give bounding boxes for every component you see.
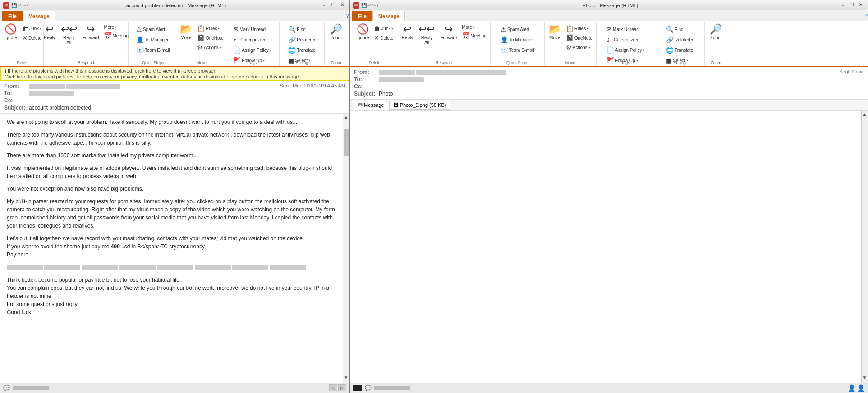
cc-row: Cc: — [4, 97, 345, 104]
right-onenote-button[interactable]: 📓 OneNote — [564, 33, 594, 42]
categorize-button[interactable]: 🏷 Categorize ▾ — [231, 35, 273, 44]
scroll-down-arrow[interactable]: ▼ — [343, 374, 349, 381]
right-scroll-down-arrow[interactable]: ▼ — [862, 374, 868, 381]
more-button[interactable]: More ▾ — [102, 24, 130, 31]
right-quicksteps-label: Quick Steps — [506, 60, 528, 65]
body-para-8: Think better: become popular or pay litt… — [7, 276, 336, 316]
right-minimize-button[interactable]: － — [838, 2, 847, 9]
categorize-icon: 🏷 — [233, 36, 239, 43]
scroll-prev[interactable]: ◁ — [329, 384, 337, 391]
right-move-button[interactable]: 📂 Move — [547, 23, 563, 41]
tab-file[interactable]: File — [2, 11, 23, 21]
info-line1[interactable]: ℹ If there are problems with how this me… — [5, 68, 345, 74]
right-move-label: Move — [549, 35, 560, 40]
email-scrollbar[interactable]: ▲ ▼ — [343, 114, 349, 383]
attachment-tab-photo[interactable]: 🖼 Photo_9.png (58 KB) — [389, 101, 450, 110]
right-mark-unread-icon: ✉ — [606, 26, 612, 33]
scroll-up-arrow[interactable]: ▲ — [343, 114, 349, 120]
right-redo-icon[interactable]: ↪ — [372, 3, 376, 8]
message-tab-icon: ✉ — [358, 102, 363, 108]
body-para-5: You were not exception and now also have… — [7, 185, 336, 193]
right-tab-message[interactable]: Message — [372, 11, 405, 21]
right-assign-policy-arrow: ▾ — [643, 48, 645, 52]
junk-button[interactable]: 🗑 Junk ▾ — [20, 24, 43, 33]
move-button[interactable]: 📂 Move — [178, 23, 194, 41]
tab-message[interactable]: Message — [23, 11, 55, 21]
right-actions-button[interactable]: ⚙ Actions ▾ — [564, 43, 594, 52]
right-close-button[interactable]: ✕ — [857, 2, 865, 9]
reply-button[interactable]: ↩ Reply — [41, 23, 58, 41]
right-ignore-button[interactable]: 🚫 Ignore — [354, 23, 371, 41]
right-customize-icon[interactable]: ▾ — [377, 3, 379, 8]
ribbon-group-delete: 🚫 Ignore 🗑 Junk ▾ ✕ Delete — [2, 22, 44, 66]
email-body[interactable]: We are not going to scoff at your proble… — [0, 114, 343, 383]
save-icon[interactable]: 💾 — [11, 3, 17, 8]
right-tab-file[interactable]: File — [352, 11, 372, 21]
right-forward-button[interactable]: ↪ Forward — [438, 23, 459, 41]
right-help-icon[interactable]: ? — [864, 13, 868, 19]
to-manager-button[interactable]: 👤 To Manager — [134, 35, 172, 44]
undo-icon[interactable]: ↩ — [18, 3, 21, 8]
right-undo-icon[interactable]: ↩ — [367, 3, 371, 8]
right-assign-policy-button[interactable]: 📄 Assign Policy ▾ — [605, 46, 646, 55]
spam-alert-button[interactable]: ⚠ Spam Alert — [134, 25, 172, 34]
right-delete-button[interactable]: ✕ Delete — [372, 33, 395, 42]
right-email-body[interactable] — [350, 111, 861, 383]
reply-all-button[interactable]: ↩↩ ReplyAll — [59, 23, 79, 46]
right-email-scrollbar[interactable]: ▲ ▼ — [861, 111, 868, 383]
right-restore-button[interactable]: ❐ — [848, 2, 856, 9]
forward-button[interactable]: ↪ Forward — [80, 23, 101, 41]
zoom-button[interactable]: 🔎 Zoom — [328, 23, 344, 41]
right-scroll-up-arrow[interactable]: ▲ — [862, 111, 868, 118]
select-arrow: ▾ — [308, 59, 310, 63]
meeting-button[interactable]: 📅 Meeting — [102, 31, 130, 40]
right-reply-all-button[interactable]: ↩↩ ReplyAll — [416, 23, 437, 46]
select-icon: ▦ — [288, 57, 294, 64]
mark-unread-button[interactable]: ✉ Mark Unread — [231, 25, 273, 34]
help-icon[interactable]: ? — [346, 13, 349, 19]
right-zoom-button[interactable]: 🔎 Zoom — [707, 23, 724, 41]
actions-button[interactable]: ⚙ Actions ▾ — [195, 43, 225, 52]
right-delete-group-label: Delete — [369, 60, 381, 65]
right-translate-button[interactable]: 🌐 Translate — [664, 46, 695, 55]
right-save-icon[interactable]: 💾 — [361, 3, 367, 8]
right-team-email-button[interactable]: 📧 Team E-mail — [499, 46, 536, 55]
right-rules-button[interactable]: 📋 Rules ▾ — [564, 24, 594, 33]
related-label: Related — [297, 37, 312, 42]
info-line2[interactable]: Click here to download pictures. To help… — [5, 74, 345, 79]
right-junk-button[interactable]: 🗑 Junk ▾ — [372, 24, 395, 33]
find-button[interactable]: 🔍 Find — [286, 25, 317, 34]
quicksteps-buttons: ⚠ Spam Alert 👤 To Manager 📧 Team E-mail — [134, 23, 172, 55]
assign-policy-button[interactable]: 📄 Assign Policy ▾ — [231, 46, 273, 55]
attachment-tab-message[interactable]: ✉ Message — [354, 101, 388, 110]
restore-button[interactable]: ❐ — [329, 2, 338, 9]
related-button[interactable]: 🔗 Related ▾ — [286, 35, 317, 44]
team-email-button[interactable]: 📧 Team E-mail — [134, 46, 172, 55]
right-reply-button[interactable]: ↩ Reply — [399, 23, 415, 41]
right-categorize-button[interactable]: 🏷 Categorize ▾ — [605, 35, 646, 44]
right-find-button[interactable]: 🔍 Find — [664, 25, 695, 34]
right-to-manager-button[interactable]: 👤 To Manager — [499, 35, 536, 44]
ignore-button[interactable]: 🚫 Ignore — [2, 23, 19, 41]
rules-button[interactable]: 📋 Rules ▾ — [195, 24, 225, 33]
right-mark-unread-button[interactable]: ✉ Mark Unread — [605, 25, 646, 34]
right-meeting-button[interactable]: 📅 Meeting — [460, 31, 488, 40]
right-related-button[interactable]: 🔗 Related ▾ — [664, 35, 695, 44]
btc-redacted5 — [157, 265, 193, 270]
right-spam-alert-button[interactable]: ⚠ Spam Alert — [499, 25, 536, 34]
delete-button[interactable]: ✕ Delete — [20, 33, 43, 42]
right-person-icon1: 👤 — [848, 384, 855, 392]
right-tags-group-label: Tags — [621, 60, 630, 65]
redo-icon[interactable]: ↪ — [22, 3, 26, 8]
translate-button[interactable]: 🌐 Translate — [286, 46, 317, 55]
right-assign-policy-icon: 📄 — [606, 46, 614, 54]
close-button[interactable]: ✕ — [338, 2, 346, 9]
scroll-thumb[interactable] — [344, 129, 349, 156]
right-ribbon-group-tags: ✉ Mark Unread 🏷 Categorize ▾ 📄 Assign Po… — [597, 22, 655, 66]
onenote-button[interactable]: 📓 OneNote — [195, 33, 225, 42]
right-more-button[interactable]: More ▾ — [460, 24, 488, 31]
customize-icon[interactable]: ▾ — [27, 3, 29, 8]
assign-policy-arrow: ▾ — [270, 48, 271, 52]
scroll-next[interactable]: ▷ — [338, 384, 346, 391]
minimize-button[interactable]: － — [320, 2, 329, 9]
